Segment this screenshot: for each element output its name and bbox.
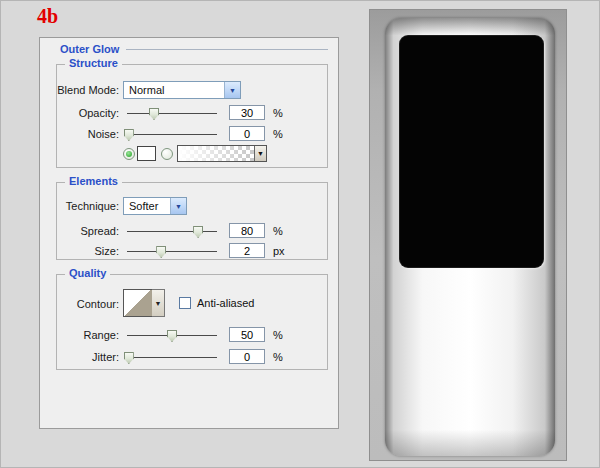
chevron-down-icon[interactable]: ▼ bbox=[224, 82, 240, 98]
blend-mode-row: Blend Mode: Normal ▼ bbox=[57, 81, 327, 99]
spread-row: Spread: % bbox=[57, 223, 327, 239]
range-slider-thumb[interactable] bbox=[167, 330, 177, 342]
jitter-slider[interactable] bbox=[127, 349, 217, 365]
noise-row: Noise: % bbox=[57, 126, 327, 142]
quality-legend: Quality bbox=[65, 267, 110, 279]
size-label: Size: bbox=[57, 245, 119, 257]
technique-label: Technique: bbox=[57, 200, 119, 212]
glow-color-swatch[interactable] bbox=[137, 146, 156, 161]
size-slider-thumb[interactable] bbox=[156, 246, 166, 258]
spread-input[interactable] bbox=[229, 223, 265, 238]
size-row: Size: px bbox=[57, 243, 327, 259]
spread-slider[interactable] bbox=[127, 223, 217, 239]
noise-slider-track bbox=[127, 134, 217, 135]
panel-title: Outer Glow bbox=[60, 43, 119, 55]
quality-group: Quality Contour: ▼ Anti-aliased Range: %… bbox=[56, 274, 328, 370]
size-slider-track bbox=[127, 251, 217, 252]
opacity-slider-track bbox=[127, 113, 217, 114]
blend-mode-label: Blend Mode: bbox=[57, 84, 119, 96]
anti-aliased-label: Anti-aliased bbox=[197, 297, 254, 309]
range-unit: % bbox=[273, 329, 283, 341]
blend-mode-value: Normal bbox=[124, 84, 224, 96]
opacity-slider[interactable] bbox=[127, 105, 217, 121]
jitter-label: Jitter: bbox=[57, 351, 119, 363]
canvas-area[interactable] bbox=[369, 9, 567, 461]
jitter-unit: % bbox=[273, 351, 283, 363]
structure-group: Structure Blend Mode: Normal ▼ Opacity: … bbox=[56, 64, 328, 168]
opacity-slider-thumb[interactable] bbox=[149, 108, 159, 120]
gradient-radio[interactable] bbox=[161, 148, 173, 160]
jitter-slider-thumb[interactable] bbox=[124, 352, 134, 364]
spread-label: Spread: bbox=[57, 225, 119, 237]
elements-group: Elements Technique: Softer ▼ Spread: % S… bbox=[56, 182, 328, 260]
panel-title-rule bbox=[126, 49, 328, 50]
screenshot-root: 4b Outer Glow Structure Blend Mode: Norm… bbox=[0, 0, 600, 468]
noise-slider-thumb[interactable] bbox=[124, 129, 134, 141]
figure-label: 4b bbox=[37, 5, 58, 28]
technique-value: Softer bbox=[124, 200, 170, 212]
contour-row: Contour: ▼ Anti-aliased bbox=[57, 289, 327, 317]
range-input[interactable] bbox=[229, 327, 265, 342]
noise-input[interactable] bbox=[229, 126, 265, 141]
opacity-row: Opacity: % bbox=[57, 105, 327, 121]
technique-row: Technique: Softer ▼ bbox=[57, 197, 327, 215]
noise-label: Noise: bbox=[57, 128, 119, 140]
elements-legend: Elements bbox=[65, 175, 122, 187]
jitter-input[interactable] bbox=[229, 349, 265, 364]
panel-header: Outer Glow bbox=[60, 42, 328, 56]
jitter-slider-track bbox=[127, 357, 217, 358]
gradient-chevron-down-icon[interactable]: ▼ bbox=[254, 146, 266, 161]
blend-mode-select[interactable]: Normal ▼ bbox=[123, 81, 241, 99]
range-label: Range: bbox=[57, 329, 119, 341]
jitter-row: Jitter: % bbox=[57, 349, 327, 365]
contour-label: Contour: bbox=[57, 298, 119, 310]
structure-legend: Structure bbox=[65, 57, 122, 69]
range-row: Range: % bbox=[57, 327, 327, 343]
noise-slider[interactable] bbox=[127, 126, 217, 142]
contour-picker[interactable] bbox=[123, 289, 153, 317]
device-body bbox=[385, 18, 555, 456]
chevron-down-icon[interactable]: ▼ bbox=[170, 198, 186, 214]
gradient-preview[interactable]: ▼ bbox=[177, 145, 267, 162]
color-radio-selected[interactable] bbox=[123, 148, 135, 160]
spread-slider-thumb[interactable] bbox=[193, 226, 203, 238]
size-input[interactable] bbox=[229, 243, 265, 258]
glow-color-row: ▼ bbox=[57, 145, 327, 163]
opacity-input[interactable] bbox=[229, 105, 265, 120]
spread-slider-track bbox=[127, 231, 217, 232]
size-unit: px bbox=[273, 245, 285, 257]
spread-unit: % bbox=[273, 225, 283, 237]
technique-select[interactable]: Softer ▼ bbox=[123, 197, 187, 215]
opacity-label: Opacity: bbox=[57, 107, 119, 119]
range-slider[interactable] bbox=[127, 327, 217, 343]
outer-glow-panel: Outer Glow Structure Blend Mode: Normal … bbox=[39, 37, 339, 429]
noise-unit: % bbox=[273, 128, 283, 140]
opacity-unit: % bbox=[273, 107, 283, 119]
device-screen bbox=[399, 35, 544, 268]
size-slider[interactable] bbox=[127, 243, 217, 259]
anti-aliased-checkbox[interactable] bbox=[179, 297, 191, 309]
contour-chevron-down-icon[interactable]: ▼ bbox=[152, 289, 165, 317]
